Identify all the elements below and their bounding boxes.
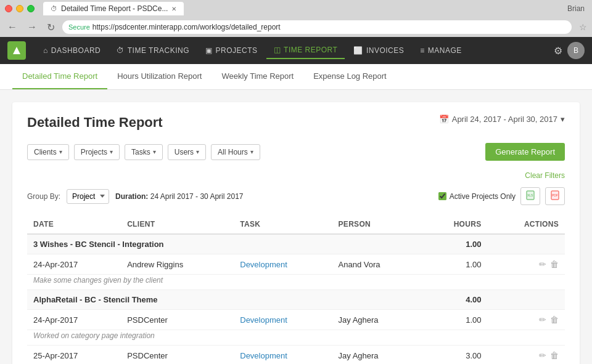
tab-close-icon[interactable]: ✕ <box>171 6 176 12</box>
forward-button[interactable]: → <box>25 20 39 34</box>
maximize-dot[interactable] <box>27 5 35 12</box>
date-range-picker[interactable]: 📅 April 24, 2017 - April 30, 2017 ▾ <box>439 115 565 124</box>
report-title: Detailed Time Report <box>27 115 163 131</box>
cell-task: Development <box>234 310 332 330</box>
active-projects-checkbox-label[interactable]: Active Projects Only <box>438 192 516 201</box>
secure-label: Secure <box>68 23 90 31</box>
cell-person: Anand Vora <box>332 254 422 275</box>
group-row: 3 Wishes - BC Stencil - Integration 1.00 <box>27 234 565 254</box>
refresh-button[interactable]: ↻ <box>44 20 57 34</box>
delete-icon[interactable]: 🗑 <box>550 259 559 269</box>
nav-invoices-label: INVOICES <box>366 46 404 55</box>
back-button[interactable]: ← <box>5 20 20 34</box>
groupby-select[interactable]: Project Client Task Person <box>67 189 109 204</box>
table-row: 24-Apr-2017 Andrew Riggins Development A… <box>27 254 565 275</box>
app-container: ⌂ DASHBOARD ⏱ TIME TRACKING ▣ PROJECTS ◫… <box>0 37 592 364</box>
active-projects-checkbox[interactable] <box>438 192 446 200</box>
users-filter[interactable]: Users ▾ <box>168 144 206 160</box>
note-row: Worked on category page integration <box>27 330 565 346</box>
edit-icon[interactable]: ✏ <box>539 315 546 325</box>
cell-date: 24-Apr-2017 <box>27 254 121 275</box>
settings-icon[interactable]: ⚙ <box>554 45 562 57</box>
pdf-icon: PDF <box>550 190 560 200</box>
svg-text:XLS: XLS <box>527 193 533 197</box>
generate-report-button[interactable]: Generate Report <box>485 143 565 161</box>
browser-addressbar: ← → ↻ Secure https://psdcenter.minterapp… <box>0 17 592 37</box>
chevron-users-icon: ▾ <box>196 148 199 155</box>
groupby-label: Group By: <box>27 192 60 201</box>
note-text: Make some changes given by the client <box>27 275 565 290</box>
clock-icon: ⏱ <box>117 46 125 55</box>
nav-time-tracking[interactable]: ⏱ TIME TRACKING <box>109 42 197 59</box>
task-link[interactable]: Development <box>240 351 287 360</box>
subnav-hours[interactable]: Hours Utilization Report <box>107 64 212 89</box>
cell-hours: 1.00 <box>422 254 488 275</box>
nav-time-report[interactable]: ◫ TIME REPORT <box>266 42 345 59</box>
cell-task: Development <box>234 346 332 365</box>
clients-filter[interactable]: Clients ▾ <box>27 144 69 160</box>
nav-invoices[interactable]: ⬜ INVOICES <box>346 42 411 59</box>
browser-chrome: ⏱ Detailed Time Report - PSDCe... ✕ Bria… <box>0 0 592 37</box>
action-icons: ✏ 🗑 <box>493 259 559 269</box>
table-row: 24-Apr-2017 PSDCenter Development Jay Ag… <box>27 310 565 330</box>
group-name: AlphaRetail - BC - Stencil Theme <box>27 290 422 310</box>
edit-icon[interactable]: ✏ <box>539 259 546 269</box>
tasks-filter[interactable]: Tasks ▾ <box>125 144 163 160</box>
projects-filter[interactable]: Projects ▾ <box>74 144 120 160</box>
delete-icon[interactable]: 🗑 <box>550 350 559 360</box>
cell-date: 24-Apr-2017 <box>27 310 121 330</box>
calendar-small-icon: 📅 <box>439 115 449 124</box>
group-actions-cell <box>487 234 565 254</box>
subnav-expense[interactable]: Expense Log Report <box>303 64 397 89</box>
groupby-row: Group By: Project Client Task Person Dur… <box>27 187 565 205</box>
table-row: 25-Apr-2017 PSDCenter Development Jay Ag… <box>27 346 565 365</box>
nav-manage[interactable]: ≡ MANAGE <box>413 42 469 59</box>
cell-hours: 3.00 <box>422 346 488 365</box>
export-pdf-button[interactable]: PDF <box>545 187 565 205</box>
nav-time-tracking-label: TIME TRACKING <box>128 46 189 55</box>
browser-tab[interactable]: ⏱ Detailed Time Report - PSDCe... ✕ <box>43 2 184 15</box>
bookmark-icon[interactable]: ☆ <box>579 22 587 32</box>
avatar[interactable]: B <box>567 42 585 59</box>
hours-filter[interactable]: All Hours ▾ <box>211 144 260 160</box>
clear-filters-link[interactable]: Clear Filters <box>525 171 565 180</box>
col-actions: Actions <box>487 215 565 234</box>
group-name: 3 Wishes - BC Stencil - Integration <box>27 234 422 254</box>
nav-right: ⚙ B <box>554 42 585 59</box>
minimize-dot[interactable] <box>16 5 23 12</box>
logo-icon <box>12 46 22 55</box>
nav-dashboard[interactable]: ⌂ DASHBOARD <box>36 42 108 59</box>
task-link[interactable]: Development <box>240 315 287 325</box>
xls-icon: XLS <box>525 190 535 200</box>
cell-person: Jay Aghera <box>332 346 422 365</box>
subnav-detailed[interactable]: Detailed Time Report <box>12 64 107 89</box>
cell-client: PSDCenter <box>121 346 234 365</box>
chevron-hours-icon: ▾ <box>250 148 253 155</box>
nav-dashboard-label: DASHBOARD <box>51 46 101 55</box>
group-actions-cell <box>487 290 565 310</box>
edit-icon[interactable]: ✏ <box>539 350 546 360</box>
task-link[interactable]: Development <box>240 260 287 269</box>
folder-icon: ▣ <box>205 46 213 55</box>
col-task: Task <box>234 215 332 234</box>
delete-icon[interactable]: 🗑 <box>550 315 559 325</box>
browser-user: Brian <box>567 4 587 13</box>
group-hours: 4.00 <box>422 290 488 310</box>
sub-nav: Detailed Time Report Hours Utilization R… <box>0 64 592 90</box>
cell-actions: ✏ 🗑 <box>487 254 565 275</box>
close-dot[interactable] <box>5 5 12 12</box>
report-table: Date Client Task Person Hours Actions 3 … <box>27 215 565 364</box>
export-xls-button[interactable]: XLS <box>520 187 540 205</box>
nav-projects[interactable]: ▣ PROJECTS <box>198 42 265 59</box>
chevron-projects-icon: ▾ <box>110 148 113 155</box>
app-logo[interactable] <box>7 41 26 60</box>
cell-date: 25-Apr-2017 <box>27 346 121 365</box>
address-bar[interactable]: Secure https://psdcenter.minterapp.com/w… <box>62 20 572 34</box>
nav-time-report-label: TIME REPORT <box>284 46 337 54</box>
subnav-weekly[interactable]: Weekly Time Report <box>212 64 303 89</box>
nav-items: ⌂ DASHBOARD ⏱ TIME TRACKING ▣ PROJECTS ◫… <box>36 42 554 59</box>
col-client: Client <box>121 215 234 234</box>
chevron-tasks-icon: ▾ <box>153 148 156 155</box>
filter-row: Clients ▾ Projects ▾ Tasks ▾ Users ▾ All… <box>27 143 565 161</box>
cell-hours: 1.00 <box>422 310 488 330</box>
